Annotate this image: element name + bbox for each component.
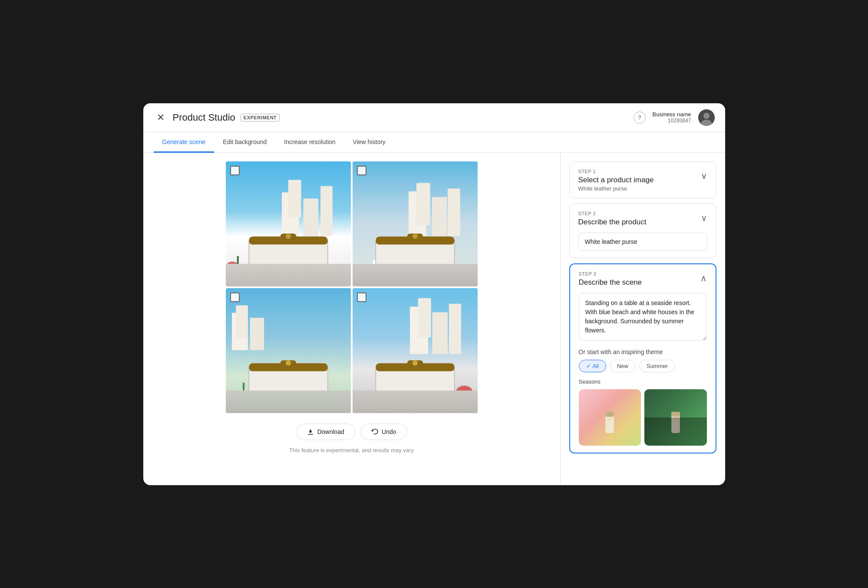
undo-button[interactable]: Undo xyxy=(360,424,407,440)
tab-view-history[interactable]: View history xyxy=(344,132,394,153)
svg-rect-70 xyxy=(607,418,612,420)
tab-edit-background[interactable]: Edit background xyxy=(214,132,275,153)
undo-label: Undo xyxy=(382,428,396,435)
svg-rect-47 xyxy=(236,305,248,338)
step-3-title: Describe the scene xyxy=(579,278,642,287)
season-card-1[interactable] xyxy=(579,389,641,446)
step-2-card: STEP 2 Describe the product ∨ xyxy=(569,204,716,258)
step-1-card: STEP 1 Select a product image White leat… xyxy=(569,161,716,198)
theme-filter-row: ✓ All New Summer xyxy=(579,360,707,372)
header-left: ✕ Product Studio EXPERIMENT xyxy=(154,111,628,125)
close-icon: ✕ xyxy=(157,112,165,123)
theme-chip-summer[interactable]: Summer xyxy=(639,360,675,372)
download-label: Download xyxy=(317,428,344,435)
right-panel: STEP 1 Select a product image White leat… xyxy=(560,153,725,485)
disclaimer-text: This feature is experimental, and result… xyxy=(289,447,414,453)
download-button[interactable]: Download xyxy=(296,424,355,440)
theme-chip-all-label: All xyxy=(593,363,599,369)
avatar[interactable] xyxy=(698,109,715,126)
experiment-badge: EXPERIMENT xyxy=(241,114,280,122)
seasons-label: Seasons xyxy=(579,378,707,385)
svg-point-1 xyxy=(703,113,710,119)
step-1-header-left: STEP 1 Select a product image White leat… xyxy=(578,169,654,192)
svg-rect-72 xyxy=(671,412,680,417)
undo-icon xyxy=(371,428,378,435)
close-button[interactable]: ✕ xyxy=(154,111,168,125)
image-cell-4[interactable] xyxy=(353,288,478,413)
theme-chip-new[interactable]: New xyxy=(610,360,636,372)
left-panel: Download Undo This feature is experiment… xyxy=(143,153,560,485)
avatar-icon xyxy=(698,109,715,126)
seasons-grid xyxy=(579,389,707,446)
product-description-input[interactable] xyxy=(578,233,707,251)
step-2-body xyxy=(570,233,716,258)
svg-rect-10 xyxy=(288,180,301,217)
step-2-chevron: ∨ xyxy=(701,213,707,223)
main-content: Download Undo This feature is experiment… xyxy=(143,153,725,485)
scene-description-textarea[interactable]: Standing on a table at a seaside resort.… xyxy=(579,293,707,341)
svg-rect-69 xyxy=(605,412,614,417)
question-mark-icon: ? xyxy=(638,114,641,121)
app-container: ✕ Product Studio EXPERIMENT ? Business n… xyxy=(143,103,725,485)
header: ✕ Product Studio EXPERIMENT ? Business n… xyxy=(143,103,725,132)
step-3-card: STEP 3 Describe the scene ∧ Standing on … xyxy=(569,263,716,453)
download-icon xyxy=(307,428,314,435)
step-3-label: STEP 3 xyxy=(579,271,642,276)
step-2-label: STEP 2 xyxy=(578,211,647,216)
image-checkbox-4[interactable] xyxy=(357,292,366,302)
image-cell-3[interactable] xyxy=(226,288,351,413)
buildings-3 xyxy=(232,300,288,350)
header-right: ? Business name 10293847 xyxy=(634,109,715,126)
svg-rect-59 xyxy=(418,298,431,338)
theme-section-title: Or start with an inspiring theme xyxy=(579,348,707,355)
season-product-1 xyxy=(601,412,618,440)
step-2-header[interactable]: STEP 2 Describe the product ∨ xyxy=(570,204,716,233)
image-checkbox-1[interactable] xyxy=(230,166,240,175)
step-2-title: Describe the product xyxy=(578,218,647,227)
image-checkbox-2[interactable] xyxy=(357,166,366,175)
checkmark-icon: ✓ xyxy=(586,363,591,369)
step-1-chevron: ∨ xyxy=(701,171,707,181)
step-3-chevron: ∧ xyxy=(700,273,707,283)
business-id: 10293847 xyxy=(653,118,691,124)
image-checkbox-3[interactable] xyxy=(230,292,240,302)
tabs-bar: Generate scene Edit background Increase … xyxy=(143,132,725,153)
step-3-header-left: STEP 3 Describe the scene xyxy=(579,271,642,287)
image-grid xyxy=(226,161,478,413)
image-cell-1[interactable] xyxy=(226,161,351,286)
theme-chip-new-label: New xyxy=(617,363,628,369)
step-3-body: Standing on a table at a seaside resort.… xyxy=(570,293,716,453)
image-cell-2[interactable] xyxy=(353,161,478,286)
svg-point-53 xyxy=(285,360,290,365)
action-bar: Download Undo xyxy=(296,424,407,440)
tab-increase-resolution[interactable]: Increase resolution xyxy=(275,132,344,153)
svg-rect-67 xyxy=(308,434,313,435)
step-3-header[interactable]: STEP 3 Describe the scene ∧ xyxy=(570,264,716,293)
app-title: Product Studio xyxy=(173,112,235,123)
step-1-subtitle: White leather purse xyxy=(578,185,654,192)
step-1-title: Select a product image xyxy=(578,176,654,184)
season-card-2[interactable] xyxy=(644,389,707,446)
svg-point-66 xyxy=(412,360,417,365)
help-button[interactable]: ? xyxy=(634,112,646,124)
business-info: Business name 10293847 xyxy=(653,111,691,124)
theme-chip-all[interactable]: ✓ All xyxy=(579,360,606,372)
step-1-label: STEP 1 xyxy=(578,169,654,174)
business-name: Business name xyxy=(653,111,691,118)
step-2-header-left: STEP 2 Describe the product xyxy=(578,211,647,227)
tab-generate-scene[interactable]: Generate scene xyxy=(154,132,215,153)
theme-chip-summer-label: Summer xyxy=(647,363,668,369)
step-1-header[interactable]: STEP 1 Select a product image White leat… xyxy=(570,162,716,198)
